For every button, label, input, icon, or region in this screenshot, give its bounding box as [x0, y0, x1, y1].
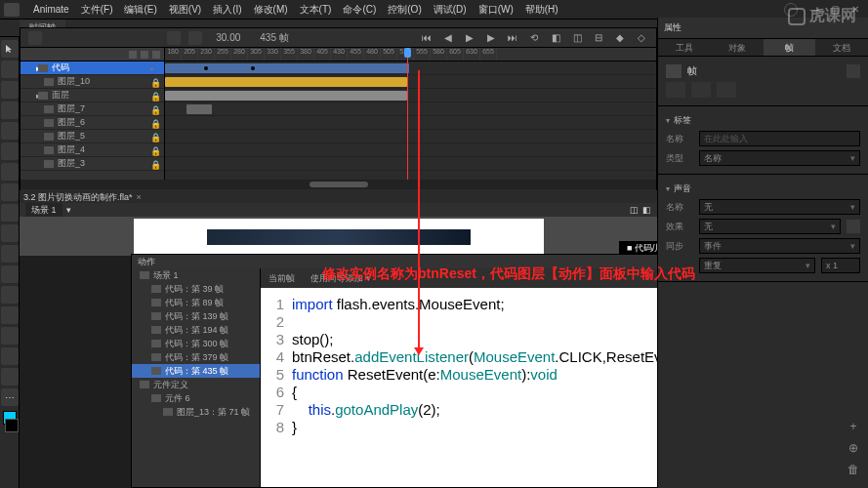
lock-icon[interactable]: [152, 51, 160, 59]
menu-debug[interactable]: 调试(D): [428, 3, 473, 17]
tree-item[interactable]: 场景 1: [132, 268, 260, 282]
menu-control[interactable]: 控制(O): [382, 3, 427, 17]
pen-tool[interactable]: [1, 122, 19, 140]
layer-row[interactable]: 图层_7🔒: [21, 102, 164, 116]
keyframe-icon[interactable]: [188, 31, 202, 45]
scene-dropdown-icon[interactable]: ▾: [66, 205, 71, 215]
tree-item[interactable]: 代码：第 435 帧: [132, 364, 260, 378]
layer-row[interactable]: ▸代码•: [21, 61, 164, 75]
layer-row[interactable]: 图层_3🔒: [21, 157, 164, 171]
loop-icon[interactable]: ⟲: [527, 31, 541, 45]
edit-symbol-icon[interactable]: ◫: [630, 205, 639, 215]
tree-item[interactable]: 代码：第 194 帧: [132, 323, 260, 337]
eraser-tool[interactable]: [1, 306, 19, 324]
tree-item[interactable]: 代码：第 139 帧: [132, 309, 260, 323]
lasso-tool[interactable]: [1, 102, 19, 119]
free-transform-tool[interactable]: [1, 81, 19, 99]
tree-item[interactable]: 代码：第 379 帧: [132, 350, 260, 364]
insert-frame-icon[interactable]: ◫: [570, 31, 584, 45]
tween-type-icon-2[interactable]: [691, 82, 711, 98]
layer-row[interactable]: 图层_4🔒: [21, 143, 164, 157]
menu-modify[interactable]: 修改(M): [248, 3, 294, 17]
label-name-input[interactable]: 在此处输入: [699, 131, 860, 146]
goto-start-button[interactable]: ⏮: [420, 31, 434, 45]
sound-name-select[interactable]: 无: [699, 199, 860, 215]
eyedropper-tool[interactable]: [1, 286, 19, 304]
more-tools[interactable]: ⋯: [1, 388, 19, 406]
frame-track-2[interactable]: [165, 89, 656, 102]
menu-insert[interactable]: 插入(I): [207, 3, 247, 17]
line-tool[interactable]: [1, 163, 19, 181]
goto-end-button[interactable]: ⏭: [506, 31, 519, 45]
onion-skin-icon[interactable]: ◧: [549, 31, 562, 45]
stroke-color[interactable]: [5, 419, 19, 432]
play-button[interactable]: ▶: [463, 31, 476, 45]
layer-row[interactable]: 图层_5🔒: [21, 130, 164, 143]
frame-options-icon[interactable]: [847, 64, 860, 78]
visibility-icon[interactable]: [141, 51, 148, 59]
frame-track-7[interactable]: [165, 157, 656, 171]
paint-bucket-tool[interactable]: [1, 265, 19, 283]
frame-track-3[interactable]: [165, 102, 656, 116]
tree-item[interactable]: 元件定义: [132, 378, 260, 391]
frame-track-6[interactable]: [165, 143, 656, 157]
tab-frame[interactable]: 帧: [764, 39, 816, 56]
tween-type-icon-3[interactable]: [717, 82, 736, 98]
menu-help[interactable]: 帮助(H): [519, 3, 564, 17]
tab-tool[interactable]: 工具: [658, 39, 711, 56]
tree-item[interactable]: 代码：第 300 帧: [132, 337, 260, 350]
playhead[interactable]: [407, 48, 408, 180]
frame-track-1[interactable]: [165, 75, 656, 89]
selection-tool[interactable]: [1, 40, 19, 58]
trash-icon[interactable]: 🗑: [847, 463, 860, 476]
stage-canvas[interactable]: ■ 代码/片段: [134, 219, 544, 256]
rectangle-tool[interactable]: [1, 183, 19, 201]
sound-repeat-count[interactable]: x 1: [821, 258, 860, 273]
frame-area[interactable]: 1802052302552803053303553804054304554805…: [165, 48, 656, 180]
tab-document[interactable]: 文档: [815, 39, 868, 56]
remove-frame-icon[interactable]: ⊟: [592, 31, 605, 45]
frame-track-5[interactable]: [165, 130, 656, 143]
layer-row[interactable]: 图层_6🔒: [21, 116, 164, 130]
tree-item[interactable]: 代码：第 39 帧: [132, 282, 260, 296]
insert-blank-keyframe-icon[interactable]: ◇: [635, 31, 648, 45]
subselection-tool[interactable]: [1, 61, 19, 78]
menu-animate[interactable]: Animate: [27, 4, 75, 15]
highlight-icon[interactable]: [129, 51, 137, 59]
fps-display[interactable]: 30.00: [216, 32, 240, 43]
tween-type-icon-1[interactable]: [666, 82, 685, 98]
tree-item[interactable]: 代码：第 89 帧: [132, 296, 260, 309]
zoom-tool[interactable]: [1, 368, 19, 386]
stage-graphic[interactable]: [207, 229, 471, 245]
edit-scene-icon[interactable]: ◧: [642, 205, 651, 215]
sound-repeat-select[interactable]: 重复: [699, 258, 815, 273]
section-sound[interactable]: 声音: [666, 183, 860, 195]
add-icon[interactable]: +: [847, 420, 860, 433]
frame-track-0[interactable]: [165, 61, 656, 75]
scene-selector[interactable]: 场景 1: [25, 203, 62, 218]
tree-item[interactable]: 元件 6: [132, 391, 260, 405]
sound-sync-select[interactable]: 事件: [699, 238, 860, 254]
step-forward-button[interactable]: ▶: [484, 31, 498, 45]
insert-keyframe-icon[interactable]: ◆: [613, 31, 627, 45]
pencil-tool[interactable]: [1, 204, 19, 222]
brush-tool[interactable]: [1, 224, 19, 242]
menu-file[interactable]: 文件(F): [75, 3, 119, 17]
frame-track-4[interactable]: [165, 116, 656, 130]
camera-icon[interactable]: [167, 31, 181, 45]
tree-item[interactable]: 图层_13：第 71 帧: [132, 405, 260, 419]
menu-window[interactable]: 窗口(W): [473, 3, 519, 17]
bone-tool[interactable]: [1, 245, 19, 263]
layer-row[interactable]: 图层_10🔒: [21, 75, 164, 89]
menu-edit[interactable]: 编辑(E): [118, 3, 162, 17]
step-back-button[interactable]: ◀: [441, 31, 455, 45]
label-type-select[interactable]: 名称: [699, 150, 860, 166]
layer-row[interactable]: ▸面层🔒: [21, 89, 164, 102]
section-label[interactable]: 标签: [666, 114, 860, 127]
camera-tool[interactable]: [1, 327, 19, 345]
timeline-menu-icon[interactable]: [28, 31, 42, 45]
sound-effect-select[interactable]: 无: [699, 219, 841, 234]
close-document-icon[interactable]: ×: [137, 192, 142, 202]
timeline-scrollbar[interactable]: [21, 180, 656, 189]
menu-commands[interactable]: 命令(C): [337, 3, 382, 17]
